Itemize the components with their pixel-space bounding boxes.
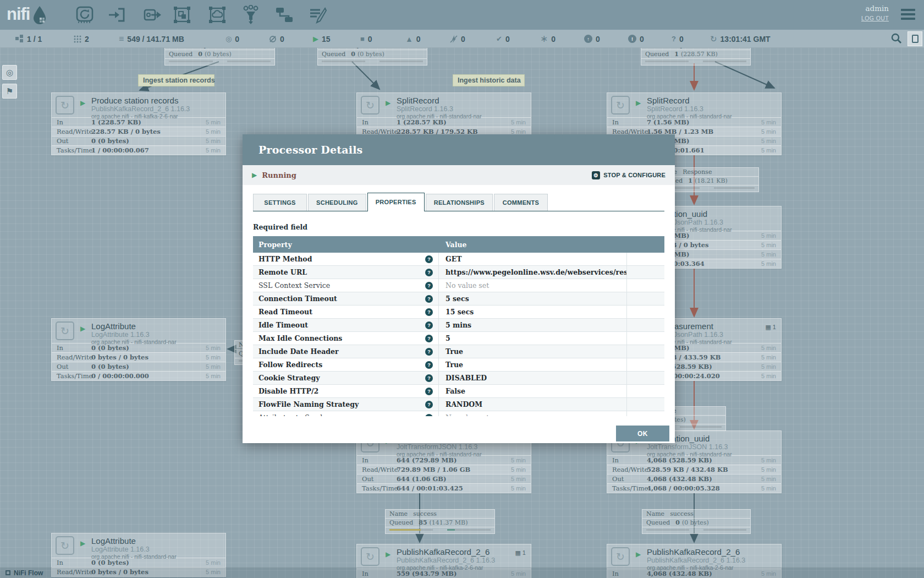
required-field-note: Required field <box>253 223 664 231</box>
connection-name-row: Namesuccess <box>386 510 494 519</box>
status-value: 15 <box>322 35 331 43</box>
stat-row: Read/Write729.89 MB / 1.06 GB5 min <box>357 465 531 474</box>
processor[interactable]: ↻▶LogAttributeLogAttribute 1.16.3org.apa… <box>51 318 226 381</box>
logout-link[interactable]: LOG OUT <box>861 15 889 21</box>
operate-palette-button[interactable]: ⚑ <box>2 84 17 99</box>
help-icon[interactable]: ? <box>425 295 433 303</box>
tab-scheduling[interactable]: SCHEDULING <box>308 194 366 211</box>
property-row: FlowFile Naming Strategy?RANDOM <box>253 398 664 411</box>
running-icon: ▶ <box>636 550 641 558</box>
connection-queued-row: Queued85(141.37 MB) <box>386 519 494 527</box>
property-value: RANDOM <box>439 398 627 411</box>
canvas-label[interactable]: Ingest historic data <box>453 74 525 86</box>
processor-bundle: org.apache.nifi - nifi-standard-nar <box>647 113 781 119</box>
stop-and-configure-button[interactable]: ⚙ STOP & CONFIGURE <box>592 171 666 179</box>
property-value: https://www.pegelonline.wsv.de/webservic… <box>439 266 627 279</box>
stale-icon: ↑ <box>584 35 592 43</box>
process-group-icon[interactable] <box>172 4 193 25</box>
help-icon[interactable]: ? <box>425 255 433 263</box>
processor-name: LogAttribute <box>91 533 226 546</box>
run-status-label: Running <box>262 171 296 179</box>
help-icon[interactable]: ? <box>425 361 433 369</box>
queued-list-icon: ≡ <box>119 34 124 44</box>
connection-label[interactable]: NamesuccessQueued0(0 bytes) <box>642 509 751 534</box>
help-icon[interactable]: ? <box>425 414 433 417</box>
stat-row: Tasks/Time1 / 00:00:00.0675 min <box>52 145 226 155</box>
transmitting-icon: ◎ <box>226 35 232 43</box>
help-icon[interactable]: ? <box>425 308 433 316</box>
processor[interactable]: ↻▶Produce station recordsPublishKafkaRec… <box>51 92 226 155</box>
property-value: 5 mins <box>439 319 627 331</box>
refresh-icon[interactable]: ↻ <box>710 34 717 44</box>
dialog-title: Processor Details <box>243 134 675 165</box>
output-port-icon[interactable] <box>142 4 163 25</box>
tab-relationships[interactable]: RELATIONSHIPS <box>426 194 493 211</box>
input-port-icon[interactable] <box>107 4 128 25</box>
remote-process-group-icon[interactable] <box>207 4 228 25</box>
stat-row: Read/Write228.57 KB / 0 bytes5 min <box>52 127 226 136</box>
processor-stamp-icon: ↻ <box>56 321 74 340</box>
status-item: 2 <box>74 30 89 48</box>
processor-name: LogAttribute <box>91 319 226 331</box>
property-name: Read Timeout? <box>253 306 439 318</box>
canvas-label[interactable]: Ingest station records <box>138 74 215 86</box>
navigate-palette-button[interactable]: ◎ <box>2 65 17 80</box>
breadcrumb[interactable]: NiFi Flow <box>14 569 43 577</box>
tab-settings[interactable]: SETTINGS <box>253 194 307 211</box>
property-value: True <box>439 358 627 371</box>
help-icon[interactable]: ? <box>425 269 433 276</box>
property-name: Cookie Strategy? <box>253 372 439 384</box>
global-menu-icon[interactable] <box>901 9 915 22</box>
status-value: 0 <box>280 35 284 43</box>
connection-name-row: Namesuccess <box>642 510 750 519</box>
template-icon[interactable] <box>274 4 295 25</box>
processor-bundle: org.apache.nifi - nifi-standard-nar <box>647 451 781 457</box>
running-icon: ▶ <box>80 325 85 332</box>
property-name: HTTP Method? <box>253 253 439 265</box>
running-icon: ▶ <box>80 99 85 107</box>
status-item: ■0 <box>360 30 372 48</box>
funnel-icon[interactable] <box>240 4 261 25</box>
property-name: Follow Redirects? <box>253 358 439 371</box>
property-value: True <box>439 345 627 358</box>
property-value: 5 secs <box>439 292 627 305</box>
connection-label[interactable]: NamesuccessQueued85(141.37 MB) <box>385 509 495 534</box>
current-user: admin <box>861 4 889 13</box>
help-icon[interactable]: ? <box>425 282 433 290</box>
property-name: Connection Timeout? <box>253 292 439 305</box>
status-item: ◎0 <box>226 30 239 48</box>
active-thread-badge: ▦ 1 <box>515 549 526 557</box>
tab-properties[interactable]: PROPERTIES <box>367 193 425 211</box>
label-icon[interactable] <box>307 4 328 25</box>
value-column-header: Value <box>439 241 627 249</box>
help-icon[interactable]: ? <box>425 374 433 382</box>
help-icon[interactable]: ? <box>425 348 433 356</box>
processor-bundle: org.apache.nifi - nifi-kafka-2-6-nar <box>91 113 226 119</box>
property-value: No value set <box>439 411 627 416</box>
processor-type: LogAttribute 1.16.3 <box>91 331 226 339</box>
help-icon[interactable]: ? <box>425 335 433 342</box>
connection-queued-row: Queued1(228.57 KB) <box>641 50 750 59</box>
summary-panel-toggle[interactable] <box>908 31 922 46</box>
property-row: Read Timeout?15 secs <box>253 306 664 319</box>
stat-row: Out0 (0 bytes)5 min <box>52 362 226 371</box>
processor-type: LogAttribute 1.16.3 <box>91 546 226 553</box>
processor-icon[interactable] <box>74 4 95 25</box>
status-value: 549 / 141.71 MB <box>127 35 184 43</box>
tab-comments[interactable]: COMMENTS <box>494 194 548 211</box>
status-bar: 1 / 12≡549 / 141.71 MB◎00▶15■0▲00✔0∗0↑0!… <box>0 30 924 48</box>
search-icon[interactable] <box>890 32 903 47</box>
help-icon[interactable]: ? <box>425 321 433 329</box>
clock-item: ↻13:01:41 GMT <box>710 30 771 48</box>
nifi-app: ↻▶Produce station recordsPublishKafkaRec… <box>0 0 924 578</box>
top-toolbar: nifi admin LOG OUT <box>0 0 924 30</box>
ok-button[interactable]: OK <box>616 426 669 441</box>
help-icon[interactable]: ? <box>425 388 433 395</box>
processor-type: PublishKafkaRecord_2_6 1.16.3 <box>397 557 531 564</box>
help-icon[interactable]: ? <box>425 401 433 408</box>
status-item: ≡549 / 141.71 MB <box>119 30 184 48</box>
stat-row: Tasks/Time644 / 00:01:03.4255 min <box>357 483 531 493</box>
modified-stale-icon: ! <box>628 35 636 43</box>
processor-name: SplitRecord <box>647 93 781 105</box>
property-row: Attributes to Send?No value set <box>253 411 664 416</box>
